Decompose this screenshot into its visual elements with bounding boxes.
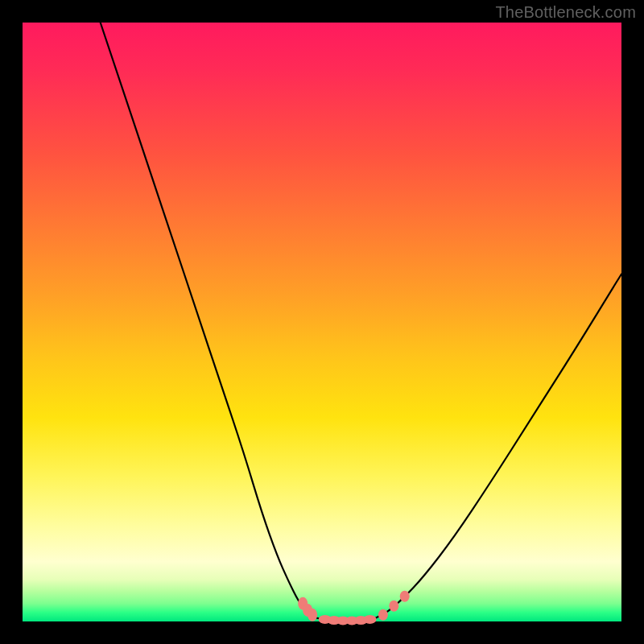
bead xyxy=(400,591,410,602)
curve-line xyxy=(101,23,621,621)
bottleneck-curve xyxy=(23,23,621,621)
plot-area xyxy=(23,23,621,621)
chart-frame: TheBottleneck.com xyxy=(0,0,644,644)
bead xyxy=(364,615,377,624)
bead xyxy=(308,609,317,621)
trough-beads xyxy=(298,591,410,625)
bead xyxy=(389,601,398,612)
watermark-text: TheBottleneck.com xyxy=(495,3,636,22)
bead xyxy=(378,609,388,621)
